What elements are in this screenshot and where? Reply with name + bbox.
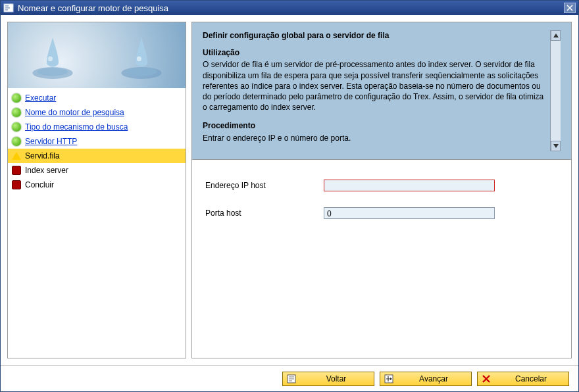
step-label: Index server <box>25 166 68 175</box>
wizard-window: Nomear e configurar motor de pesquisa Ex… <box>0 0 579 392</box>
section-procedimento-title: Procedimento <box>203 120 550 131</box>
window-title: Nomear e configurar motor de pesquisa <box>18 3 564 13</box>
step-label: Servid.fila <box>25 151 60 160</box>
form-area: Endereço IP host Porta host 0 <box>191 160 572 358</box>
status-done-icon <box>12 122 21 132</box>
next-icon <box>384 374 393 383</box>
main-panel: Definir configuração global para o servi… <box>191 22 572 358</box>
next-label: Avançar <box>400 374 467 383</box>
step-label[interactable]: Tipo do mecanismo de busca <box>25 122 128 132</box>
scroll-up-button[interactable] <box>551 30 561 41</box>
wizard-body: Executar Nome do motor de pesquisa Tipo … <box>1 15 578 365</box>
step-index-server[interactable]: Index server <box>8 163 186 178</box>
close-button[interactable] <box>564 3 576 13</box>
section-procedimento-body: Entrar o endereço IP e o número de porta… <box>203 133 550 143</box>
section-utilizacao-title: Utilização <box>203 47 550 58</box>
port-label: Porta host <box>205 208 324 218</box>
svg-point-2 <box>37 68 68 76</box>
scroll-down-button[interactable] <box>551 141 561 151</box>
window-icon <box>3 3 14 13</box>
step-servidor-http[interactable]: Servidor HTTP <box>8 134 186 149</box>
ip-label: Endereço IP host <box>205 181 324 190</box>
scrollbar[interactable] <box>550 30 561 151</box>
step-servid-fila[interactable]: Servid.fila <box>8 149 186 163</box>
step-label[interactable]: Nome do motor de pesquisa <box>25 108 124 117</box>
step-label[interactable]: Executar <box>25 93 56 103</box>
svg-point-5 <box>126 68 157 76</box>
back-button[interactable]: Voltar <box>282 372 374 386</box>
step-label[interactable]: Servidor HTTP <box>25 137 77 146</box>
footer: Voltar Avançar Cancelar <box>1 365 578 391</box>
svg-point-3 <box>47 57 52 61</box>
step-concluir[interactable]: Concluir <box>8 178 186 192</box>
cancel-button[interactable]: Cancelar <box>477 372 569 386</box>
ip-row: Endereço IP host <box>205 180 558 191</box>
status-done-icon <box>12 108 21 117</box>
svg-point-6 <box>136 57 141 61</box>
back-label: Voltar <box>303 374 370 383</box>
status-pending-icon <box>12 166 21 175</box>
status-pending-icon <box>12 180 21 189</box>
status-done-icon <box>12 137 21 146</box>
instructions-panel: Definir configuração global para o servi… <box>191 22 572 160</box>
port-row: Porta host 0 <box>205 207 558 219</box>
step-label: Concluir <box>25 180 54 189</box>
next-button[interactable]: Avançar <box>380 372 472 386</box>
step-list: Executar Nome do motor de pesquisa Tipo … <box>8 88 186 358</box>
back-icon <box>287 374 296 383</box>
step-tipo-mecanismo[interactable]: Tipo do mecanismo de busca <box>8 120 186 134</box>
section-utilizacao-body: O servidor de fila é um servidor de pré-… <box>203 59 550 112</box>
sidebar: Executar Nome do motor de pesquisa Tipo … <box>7 22 186 358</box>
step-executar[interactable]: Executar <box>8 91 186 105</box>
status-done-icon <box>12 93 21 103</box>
water-drop-right <box>97 22 186 88</box>
cancel-icon <box>482 374 491 383</box>
ip-input[interactable] <box>324 180 495 191</box>
sidebar-decor <box>8 22 186 88</box>
titlebar: Nomear e configurar motor de pesquisa <box>1 1 578 15</box>
port-input[interactable]: 0 <box>324 207 495 219</box>
instructions-heading: Definir configuração global para o servi… <box>203 30 550 41</box>
instructions-content: Definir configuração global para o servi… <box>203 30 550 151</box>
cancel-label: Cancelar <box>497 374 565 383</box>
water-drop-left <box>8 22 97 88</box>
status-current-icon <box>12 152 21 160</box>
step-nome-motor[interactable]: Nome do motor de pesquisa <box>8 105 186 120</box>
